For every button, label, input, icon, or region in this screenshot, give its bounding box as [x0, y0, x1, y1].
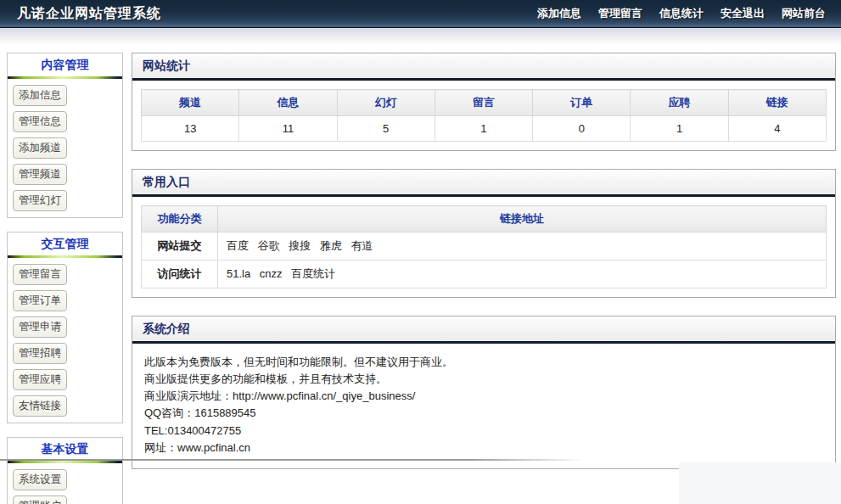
stats-value-channels: 13 — [142, 116, 239, 142]
link-cnzz[interactable]: cnzz — [260, 267, 283, 280]
intro-line-tel: TEL:013400472755 — [144, 423, 823, 440]
stats-col-channels: 频道 — [142, 90, 239, 116]
sidebar-section-interaction: 交互管理 管理留言 管理订单 管理申请 管理招聘 管理应聘 友情链接 — [7, 232, 123, 423]
manage-applications-button[interactable]: 管理申请 — [13, 316, 67, 338]
manage-candidates-button[interactable]: 管理应聘 — [13, 369, 67, 390]
top-nav: 添加信息 管理留言 信息统计 安全退出 网站前台 — [537, 6, 826, 21]
nav-logout[interactable]: 安全退出 — [720, 6, 765, 21]
entries-panel: 常用入口 功能分类 链接地址 网站提交 百度 — [132, 169, 836, 298]
link-51la[interactable]: 51.la — [227, 267, 250, 280]
nav-info-stats[interactable]: 信息统计 — [659, 6, 704, 21]
entries-header-row: 功能分类 链接地址 — [142, 206, 827, 232]
stats-col-messages: 留言 — [435, 90, 532, 116]
stats-col-links: 链接 — [728, 90, 826, 116]
stats-value-candidates: 1 — [631, 116, 728, 142]
entries-col-category: 功能分类 — [142, 206, 218, 232]
manage-orders-button[interactable]: 管理订单 — [13, 290, 67, 311]
add-channel-button[interactable]: 添加频道 — [13, 137, 67, 159]
main-content: 网站统计 频道 信息 幻灯 留言 订单 应聘 链接 — [132, 53, 836, 487]
stats-header-row: 频道 信息 幻灯 留言 订单 应聘 链接 — [142, 90, 827, 116]
link-youdao[interactable]: 有道 — [351, 239, 373, 252]
sidebar: 内容管理 添加信息 管理信息 添加频道 管理频道 管理幻灯 交互管理 管理留言 … — [7, 53, 123, 504]
header-gradient-strip — [0, 28, 841, 46]
link-soso[interactable]: 搜搜 — [289, 239, 311, 252]
manage-info-button[interactable]: 管理信息 — [13, 111, 67, 132]
stats-panel-title: 网站统计 — [132, 53, 835, 81]
section-title-content: 内容管理 — [8, 53, 122, 76]
intro-panel-body: 此版本为免费版本，但无时间和功能限制。但不建议用于商业。 商业版提供更多的功能和… — [132, 344, 835, 468]
stats-col-orders: 订单 — [533, 90, 631, 116]
stats-panel-body: 频道 信息 幻灯 留言 订单 应聘 链接 13 11 — [132, 81, 835, 150]
page-layout: 内容管理 添加信息 管理信息 添加频道 管理频道 管理幻灯 交互管理 管理留言 … — [0, 46, 841, 504]
link-yahoo[interactable]: 雅虎 — [320, 239, 342, 252]
intro-line-2: 商业版提供更多的功能和模板，并且有技术支持。 — [144, 371, 823, 388]
settings-buttons: 系统设置 管理账户 后台首页 — [8, 463, 122, 504]
sidebar-section-content: 内容管理 添加信息 管理信息 添加频道 管理频道 管理幻灯 — [7, 53, 123, 218]
stats-value-messages: 1 — [435, 116, 532, 142]
entries-panel-body: 功能分类 链接地址 网站提交 百度 谷歌 搜搜 雅虎 有道 — [132, 197, 835, 297]
add-info-button[interactable]: 添加信息 — [13, 85, 67, 106]
stats-panel: 网站统计 频道 信息 幻灯 留言 订单 应聘 链接 — [132, 53, 836, 151]
stats-value-slides: 5 — [337, 116, 435, 142]
intro-line-website: 网址：www.pcfinal.cn — [144, 440, 823, 456]
intro-panel: 系统介绍 此版本为免费版本，但无时间和功能限制。但不建议用于商业。 商业版提供更… — [132, 316, 836, 469]
nav-add-info[interactable]: 添加信息 — [537, 6, 581, 21]
stats-col-slides: 幻灯 — [337, 90, 435, 116]
nav-site-front[interactable]: 网站前台 — [782, 6, 826, 21]
intro-line-qq: QQ咨询：1615889545 — [144, 405, 823, 422]
link-baidu-tongji[interactable]: 百度统计 — [291, 267, 335, 280]
footer-divider — [0, 459, 586, 461]
stats-value-links: 4 — [728, 116, 826, 142]
stats-table: 频道 信息 幻灯 留言 订单 应聘 链接 13 11 — [141, 89, 827, 142]
stats-value-row: 13 11 5 1 0 1 4 — [142, 116, 827, 142]
stats-value-orders: 0 — [533, 116, 631, 142]
stats-value-info: 11 — [239, 116, 337, 142]
nav-manage-messages[interactable]: 管理留言 — [598, 6, 642, 21]
entries-row-analytics: 访问统计 51.la cnzz 百度统计 — [142, 260, 827, 288]
manage-messages-button[interactable]: 管理留言 — [13, 264, 67, 285]
app-header: 凡诺企业网站管理系统 添加信息 管理留言 信息统计 安全退出 网站前台 — [0, 0, 841, 28]
manage-account-button[interactable]: 管理账户 — [13, 496, 67, 504]
stats-col-info: 信息 — [239, 90, 337, 116]
section-title-interaction: 交互管理 — [8, 232, 122, 255]
entries-category-submit: 网站提交 — [142, 232, 218, 260]
section-title-settings: 基本设置 — [8, 438, 122, 461]
link-google[interactable]: 谷歌 — [258, 239, 280, 252]
intro-line-1: 此版本为免费版本，但无时间和功能限制。但不建议用于商业。 — [144, 354, 823, 371]
manage-channel-button[interactable]: 管理频道 — [13, 164, 67, 185]
manage-recruitment-button[interactable]: 管理招聘 — [13, 343, 67, 364]
intro-panel-title: 系统介绍 — [132, 316, 835, 344]
intro-line-demo-url: 商业版演示地址：http://www.pcfinal.cn/_qiye_busi… — [144, 388, 823, 405]
sidebar-section-settings: 基本设置 系统设置 管理账户 后台首页 — [7, 437, 123, 504]
entries-table: 功能分类 链接地址 网站提交 百度 谷歌 搜搜 雅虎 有道 — [141, 205, 827, 288]
entries-category-analytics: 访问统计 — [142, 260, 218, 288]
entries-panel-title: 常用入口 — [132, 170, 835, 197]
entries-col-links: 链接地址 — [218, 206, 827, 232]
system-settings-button[interactable]: 系统设置 — [13, 469, 67, 490]
entries-row-submit: 网站提交 百度 谷歌 搜搜 雅虎 有道 — [142, 232, 827, 260]
friend-links-button[interactable]: 友情链接 — [13, 395, 67, 417]
app-title: 凡诺企业网站管理系统 — [17, 5, 161, 23]
stats-col-candidates: 应聘 — [631, 90, 728, 116]
entries-links-submit: 百度 谷歌 搜搜 雅虎 有道 — [218, 232, 827, 260]
interaction-buttons: 管理留言 管理订单 管理申请 管理招聘 管理应聘 友情链接 — [8, 258, 122, 423]
link-baidu[interactable]: 百度 — [227, 239, 249, 252]
manage-slides-button[interactable]: 管理幻灯 — [13, 190, 67, 211]
bottom-right-panel — [679, 462, 841, 504]
content-buttons: 添加信息 管理信息 添加频道 管理频道 管理幻灯 — [8, 79, 122, 217]
entries-links-analytics: 51.la cnzz 百度统计 — [218, 260, 827, 288]
